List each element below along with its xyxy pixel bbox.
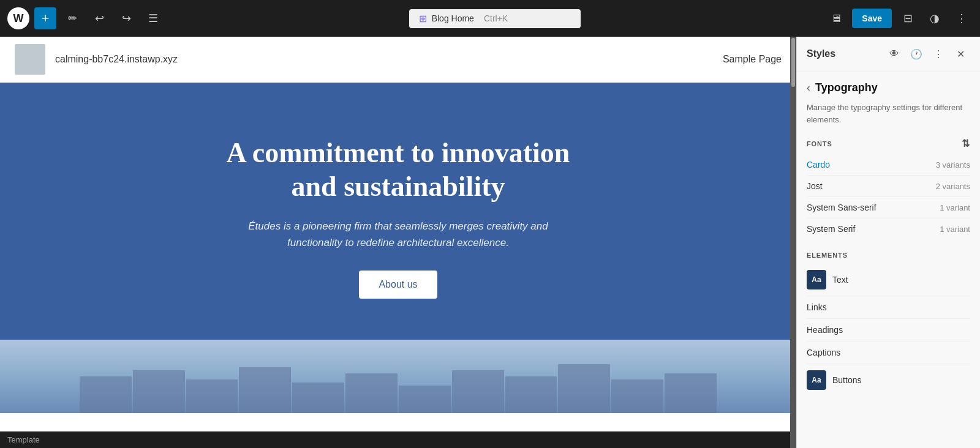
site-domain: calming-bb7c24.instawp.xyz [55,54,178,65]
font-name: System Serif [807,224,855,234]
element-name: Text [832,275,848,285]
device-preview-button[interactable]: 🖥 [825,7,847,29]
site-navigation: calming-bb7c24.instawp.xyz Sample Page [0,37,796,83]
eye-icon: 👁 [889,48,899,59]
building-line [80,376,132,413]
building-line [399,386,451,413]
main-area: calming-bb7c24.instawp.xyz Sample Page A… [0,37,980,448]
columns-icon: ⊟ [903,12,913,25]
building-line [292,383,344,413]
element-name: Buttons [832,375,861,385]
font-variants: 2 variants [936,182,970,191]
elements-label: ELEMENTS [807,252,848,259]
building-line [345,373,398,413]
status-bar: Template [0,431,796,448]
status-label: Template [7,435,40,444]
undo-icon: ↩ [95,12,104,25]
history-icon: 🕐 [910,48,922,60]
styles-close-button[interactable]: ✕ [951,44,970,64]
hero-title: A commitment to innovation and sustainab… [202,136,594,203]
panel-header: Styles 👁 🕐 ⋮ ✕ [797,37,980,72]
styles-eye-button[interactable]: 👁 [884,44,904,64]
list-icon: ☰ [148,12,158,25]
element-name: Links [807,302,827,312]
panel-title: Styles [807,48,877,59]
about-us-button[interactable]: About us [359,271,437,299]
redo-button[interactable]: ↪ [115,7,137,29]
edit-button[interactable]: ✏ [61,7,83,29]
building-image [0,340,796,413]
element-item-text[interactable]: Aa Text [807,264,970,296]
elements-section-label: ELEMENTS [807,252,970,259]
layout-button[interactable]: ⊟ [897,7,919,29]
hero-description: Études is a pioneering firm that seamles… [239,218,557,251]
contrast-icon: ◑ [930,12,940,25]
hero-section: A commitment to innovation and sustainab… [0,83,796,340]
nav-link[interactable]: Sample Page [723,54,782,65]
site-logo [15,44,45,75]
building-line [452,370,504,413]
address-bar[interactable]: ⊞ Blog Home Ctrl+K [409,9,581,28]
desktop-icon: 🖥 [831,12,842,25]
buttons-badge: Aa [807,370,826,390]
styles-more-button[interactable]: ⋮ [929,44,948,64]
canvas: calming-bb7c24.instawp.xyz Sample Page A… [0,37,796,431]
pencil-icon: ✏ [68,12,77,25]
redo-icon: ↪ [122,12,131,25]
fonts-settings-icon[interactable]: ⇅ [962,138,970,149]
save-button[interactable]: Save [852,9,892,28]
blog-icon: ⊞ [419,13,427,24]
back-button[interactable]: ‹ [807,81,810,94]
building-line [505,376,557,413]
element-item-captions[interactable]: Captions [807,342,970,364]
font-item-system-serif[interactable]: System Serif 1 variant [807,218,970,239]
scrollbar-thumb [791,38,795,87]
close-icon: ✕ [957,48,965,60]
toolbar-center: ⊞ Blog Home Ctrl+K [169,9,820,28]
font-item-cardo[interactable]: Cardo 3 variants [807,154,970,176]
font-variants: 1 variant [940,203,970,212]
elements-section: ELEMENTS Aa Text Links Headings Captions… [807,252,970,396]
toolbar: W + ✏ ↩ ↪ ☰ ⊞ Blog Home Ctrl+K 🖥 Save ⊟ … [0,0,980,37]
undo-button[interactable]: ↩ [88,7,110,29]
element-item-links[interactable]: Links [807,296,970,319]
theme-toggle-button[interactable]: ◑ [924,7,946,29]
font-item-jost[interactable]: Jost 2 variants [807,176,970,197]
keyboard-shortcut: Ctrl+K [484,13,508,23]
chevron-left-icon: ‹ [807,81,810,94]
building-section [0,340,796,413]
element-item-buttons[interactable]: Aa Buttons [807,364,970,396]
plus-icon: + [42,10,50,26]
building-line [186,379,238,413]
add-button[interactable]: + [34,7,56,29]
element-item-headings[interactable]: Headings [807,319,970,342]
typography-title: Typography [815,81,878,94]
building-line [133,370,185,413]
building-lines [80,364,717,413]
building-line [665,373,717,413]
text-badge: Aa [807,270,826,289]
wp-logo: W [7,7,29,29]
more-icon: ⋮ [933,48,943,60]
font-item-system-sans[interactable]: System Sans-serif 1 variant [807,197,970,218]
blog-name: Blog Home [432,13,474,23]
fonts-section-label: FONTS ⇅ [807,138,970,149]
fonts-label: FONTS [807,140,832,147]
canvas-scrollbar[interactable] [790,37,796,448]
font-variants: 1 variant [940,225,970,234]
building-line [558,364,610,413]
list-view-button[interactable]: ☰ [142,7,164,29]
typography-header: ‹ Typography [807,81,970,94]
panel-body: ‹ Typography Manage the typography setti… [797,72,980,448]
typography-description: Manage the typography settings for diffe… [807,102,970,125]
toolbar-right: 🖥 Save ⊟ ◑ ⋮ [825,7,973,29]
panel-header-icons: 👁 🕐 ⋮ ✕ [884,44,970,64]
building-line [239,367,291,413]
styles-history-button[interactable]: 🕐 [907,44,926,64]
fonts-list: Cardo 3 variants Jost 2 variants System … [807,154,970,239]
font-name: Jost [807,181,823,191]
element-name: Captions [807,348,840,357]
more-options-button[interactable]: ⋮ [951,7,973,29]
font-name: System Sans-serif [807,203,876,212]
font-name: Cardo [807,160,830,170]
